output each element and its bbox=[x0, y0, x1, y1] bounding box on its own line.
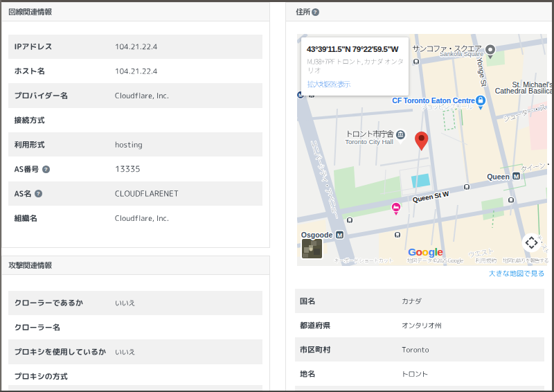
svg-text:M: M bbox=[514, 173, 519, 180]
svg-text:M: M bbox=[337, 232, 343, 239]
